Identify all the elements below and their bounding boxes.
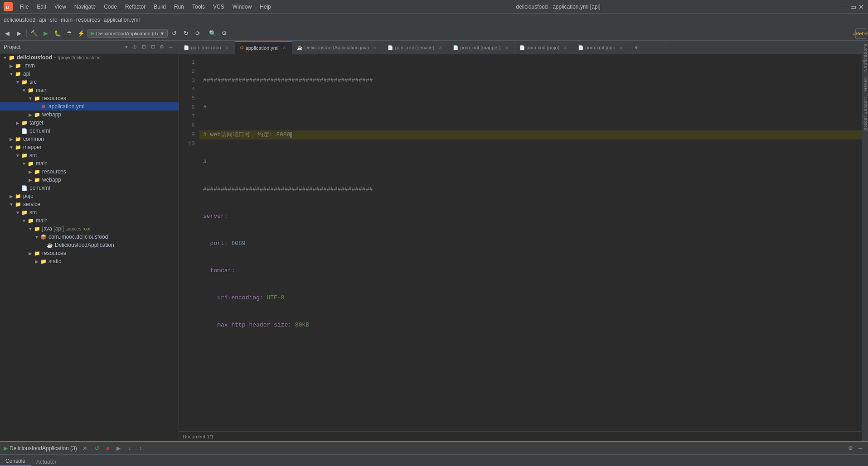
sidebar-tool-settings[interactable]: ⚙ bbox=[158, 43, 166, 51]
tree-pojo-arrow[interactable]: ▶ bbox=[8, 194, 15, 199]
breadcrumb-src[interactable]: src bbox=[50, 17, 57, 23]
tree-main-class[interactable]: ▶ ☕ DeliciousfoodApplication bbox=[0, 241, 179, 249]
tree-mvn-arrow[interactable]: ▶ bbox=[8, 63, 15, 68]
tree-webapp[interactable]: ▶ 📁 webapp bbox=[0, 110, 179, 119]
run-scroll[interactable]: ↕ bbox=[136, 444, 145, 453]
tree-service-main[interactable]: ▼ 📁 main bbox=[0, 216, 179, 225]
tab-pom-con[interactable]: 📄 pom.xml (con ✕ bbox=[573, 41, 629, 54]
tree-api[interactable]: ▼ 📁 api bbox=[0, 70, 179, 78]
tree-target-arrow[interactable]: ▶ bbox=[15, 120, 21, 125]
code-content[interactable]: ########################################… bbox=[199, 54, 862, 431]
toolbar-coverage[interactable]: ☂ bbox=[64, 28, 75, 39]
tree-mapper-src-arrow[interactable]: ▼ bbox=[15, 153, 21, 158]
tree-mapper-resources[interactable]: ▶ 📁 resources bbox=[0, 168, 179, 176]
tree-mapper-arrow[interactable]: ▼ bbox=[8, 145, 15, 150]
tree-static-arrow[interactable]: ▶ bbox=[34, 259, 40, 264]
toolbar-sync[interactable]: ⟳ bbox=[192, 28, 203, 39]
sidebar-tool-locate[interactable]: ◎ bbox=[131, 43, 139, 51]
tree-application-yml[interactable]: ▶ ⚙ application.yml bbox=[0, 102, 179, 110]
tree-api-pom[interactable]: ▶ 📄 pom.xml bbox=[0, 127, 179, 135]
tab-more[interactable]: ▼ bbox=[629, 41, 665, 54]
tab-close-pom-service[interactable]: ✕ bbox=[437, 44, 443, 51]
run-rerun[interactable]: ↺ bbox=[92, 444, 102, 453]
tab-pom-api[interactable]: 📄 pom.xml (api) ✕ bbox=[179, 41, 235, 54]
tree-pojo[interactable]: ▶ 📁 pojo bbox=[0, 192, 179, 200]
tree-resources[interactable]: ▼ 📁 resources bbox=[0, 94, 179, 102]
tree-mapper-main-arrow[interactable]: ▼ bbox=[21, 161, 27, 166]
menu-refactor[interactable]: Refactor bbox=[121, 3, 149, 11]
tree-common-arrow[interactable]: ▶ bbox=[8, 137, 15, 142]
tree-mapper-webapp[interactable]: ▶ 📁 webapp bbox=[0, 176, 179, 184]
menu-navigate[interactable]: Navigate bbox=[71, 3, 99, 11]
sidebar-content[interactable]: ▼ 📁 deliciousfood E:/project/deliciousfo… bbox=[0, 53, 179, 441]
tab-pom-pojo[interactable]: 📄 pom.xml (pojo) ✕ bbox=[515, 41, 574, 54]
maximize-button[interactable]: ▭ bbox=[850, 4, 856, 10]
toolbar-search[interactable]: 🔍 bbox=[207, 28, 218, 39]
tree-root-arrow[interactable]: ▼ bbox=[2, 55, 8, 60]
toolbar-forward[interactable]: ▶ bbox=[14, 28, 24, 39]
menu-window[interactable]: Window bbox=[229, 3, 256, 11]
jrebel-panel[interactable]: JRebel Support bbox=[863, 94, 868, 134]
tab-close-yml[interactable]: ✕ bbox=[281, 45, 287, 51]
tree-api-main-arrow[interactable]: ▼ bbox=[21, 88, 27, 93]
menu-tools[interactable]: Tools bbox=[189, 3, 209, 11]
run-step[interactable]: ↓ bbox=[125, 444, 134, 453]
tab-pom-mapper[interactable]: 📄 pom.xml (mapper) ✕ bbox=[448, 41, 514, 54]
tree-resources-arrow[interactable]: ▼ bbox=[27, 96, 34, 101]
menu-view[interactable]: View bbox=[51, 3, 70, 11]
tree-common[interactable]: ▶ 📁 common bbox=[0, 135, 179, 143]
tree-service-main-arrow[interactable]: ▼ bbox=[21, 218, 27, 223]
tab-close-pom-pojo[interactable]: ✕ bbox=[562, 44, 568, 51]
tree-mapper-main[interactable]: ▼ 📁 main bbox=[0, 159, 179, 168]
tree-api-src-arrow[interactable]: ▼ bbox=[15, 80, 21, 85]
toolbar-run[interactable]: ▶ bbox=[40, 28, 51, 39]
tab-pom-service[interactable]: 📄 pom.xml (service) ✕ bbox=[383, 41, 448, 54]
menu-code[interactable]: Code bbox=[100, 3, 121, 11]
tree-mapper[interactable]: ▼ 📁 mapper bbox=[0, 143, 179, 151]
tree-package-arrow[interactable]: ▼ bbox=[34, 235, 40, 240]
jrebel-toolbar-btn[interactable]: JRebel bbox=[855, 28, 866, 39]
tree-mapper-src[interactable]: ▼ 📁 src bbox=[0, 151, 179, 159]
tree-root[interactable]: ▼ 📁 deliciousfood E:/project/deliciousfo… bbox=[0, 53, 179, 62]
breadcrumb-resources[interactable]: resources bbox=[76, 17, 100, 23]
menu-vcs[interactable]: VCS bbox=[209, 3, 228, 11]
tab-application-yml[interactable]: ⚙ application.yml ✕ bbox=[235, 41, 293, 54]
maven-panel[interactable]: Maven bbox=[863, 74, 868, 94]
menu-run[interactable]: Run bbox=[170, 3, 188, 11]
tree-mapper-webapp-arrow[interactable]: ▶ bbox=[27, 178, 34, 183]
toolbar-profile[interactable]: ⚡ bbox=[76, 28, 87, 39]
run-tab-console[interactable]: Console bbox=[0, 457, 31, 466]
toolbar-reload[interactable]: ↺ bbox=[169, 28, 179, 39]
tree-mvn[interactable]: ▶ 📁 .mvn bbox=[0, 62, 179, 70]
tree-api-arrow[interactable]: ▼ bbox=[8, 72, 15, 77]
tree-service-src[interactable]: ▼ 📁 src bbox=[0, 208, 179, 216]
toolbar-update[interactable]: ↻ bbox=[180, 28, 191, 39]
tree-java-api[interactable]: ▼ 📁 java [api] sources root bbox=[0, 225, 179, 233]
run-config-combo[interactable]: ▶ DeliciousfoodApplication (3) ▼ bbox=[87, 29, 168, 38]
run-stop[interactable]: ■ bbox=[103, 444, 112, 453]
tree-package[interactable]: ▼ 📦 com.imooc.deliciousfood bbox=[0, 233, 179, 241]
tree-service-res-arrow[interactable]: ▶ bbox=[27, 251, 34, 256]
toolbar-back[interactable]: ◀ bbox=[2, 28, 13, 39]
tab-close-pom-api[interactable]: ✕ bbox=[224, 44, 230, 51]
toolbar-debug[interactable]: 🐛 bbox=[52, 28, 63, 39]
run-settings-gear[interactable]: ⚙ bbox=[846, 444, 854, 452]
close-button[interactable]: ✕ bbox=[858, 4, 864, 10]
minimize-button[interactable]: ─ bbox=[842, 4, 848, 10]
tree-java-api-arrow[interactable]: ▼ bbox=[27, 226, 34, 231]
tree-api-main[interactable]: ▼ 📁 main bbox=[0, 86, 179, 94]
run-settings-minimize[interactable]: ─ bbox=[856, 444, 864, 452]
menu-build[interactable]: Build bbox=[150, 3, 170, 11]
tab-close-pom-mapper[interactable]: ✕ bbox=[504, 44, 510, 51]
tree-service-src-arrow[interactable]: ▼ bbox=[15, 210, 21, 215]
tree-service[interactable]: ▼ 📁 service bbox=[0, 200, 179, 208]
toolbar-build[interactable]: 🔨 bbox=[29, 28, 39, 39]
toolbar-gear[interactable]: ⚙ bbox=[219, 28, 230, 39]
breadcrumb-api[interactable]: api bbox=[39, 17, 46, 23]
breadcrumb-main[interactable]: main bbox=[61, 17, 73, 23]
tree-service-resources[interactable]: ▶ 📁 resources bbox=[0, 249, 179, 257]
tree-target[interactable]: ▶ 📁 target bbox=[0, 119, 179, 127]
breadcrumb-file[interactable]: application.yml bbox=[104, 17, 140, 23]
run-tab-actuator[interactable]: Actuator bbox=[31, 458, 62, 466]
notifications-panel[interactable]: Notifications bbox=[863, 41, 868, 74]
